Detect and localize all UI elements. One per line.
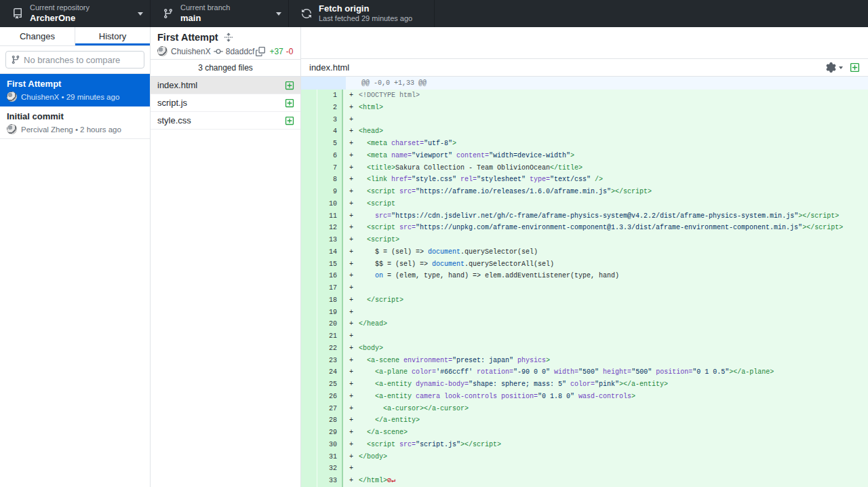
diff-hunk-header: @@ -0,0 +1,33 @@ xyxy=(301,77,868,90)
diff-old-line-number xyxy=(301,355,317,367)
diff-add-marker: + xyxy=(349,463,359,475)
diff-add-marker: + xyxy=(349,102,359,114)
diff-code: <script xyxy=(359,200,395,208)
diff-added-icon xyxy=(285,116,294,125)
diff-options-button[interactable] xyxy=(826,62,843,73)
history-commit-item[interactable]: First AttemptChuishenX • 29 minutes ago xyxy=(0,74,150,106)
diff-line: 11+ src="https://cdn.jsdelivr.net/gh/c-f… xyxy=(301,210,868,222)
diff-code: </a-scene> xyxy=(359,429,408,436)
code-token xyxy=(359,272,375,279)
fetch-origin-button[interactable]: Fetch origin Last fetched 29 minutes ago xyxy=(289,0,435,27)
code-token: <a-entity xyxy=(359,393,416,400)
code-token: ></a-entity> xyxy=(619,381,668,388)
diff-line: 33+</html>⊘↵ xyxy=(301,475,868,487)
code-token: > xyxy=(452,140,456,147)
diff-line: 18+ </script> xyxy=(301,294,868,307)
diff-line: 19+ xyxy=(301,307,868,319)
code-token: name= xyxy=(391,152,412,159)
avatar xyxy=(157,46,167,56)
branch-compare-input[interactable] xyxy=(5,51,144,69)
code-token: <script xyxy=(359,224,399,231)
code-token: environment= xyxy=(403,357,452,364)
history-commit-item[interactable]: Initial commitPercival Zheng • 2 hours a… xyxy=(0,106,150,139)
diff-line: 29+ </a-scene> xyxy=(301,427,868,439)
diff-top-spacer xyxy=(301,27,868,58)
diff-line: 6+ <meta name="viewport" content="width=… xyxy=(301,150,868,162)
code-token: "preset: japan" xyxy=(452,357,517,364)
code-token: src= xyxy=(375,212,391,220)
diff-new-line-number: 1 xyxy=(317,90,343,102)
code-token: height= xyxy=(603,368,631,376)
diff-old-line-number xyxy=(301,246,317,258)
commit-title: Initial commit xyxy=(7,111,143,121)
diff-add-marker: + xyxy=(349,174,359,186)
diff-code: <!DOCTYPE html> xyxy=(359,92,420,99)
code-token: "stylesheet" xyxy=(477,176,530,183)
code-token: <script xyxy=(359,441,399,448)
tab-history[interactable]: History xyxy=(75,27,150,45)
fetch-subtitle: Last fetched 29 minutes ago xyxy=(319,14,427,24)
tab-changes[interactable]: Changes xyxy=(0,27,75,45)
diff-add-marker: + xyxy=(349,198,359,210)
commit-summary-resize-handle[interactable] xyxy=(224,33,233,42)
code-token: rel= xyxy=(460,176,477,183)
code-token: "text/css" xyxy=(550,176,591,183)
commit-meta-text: ChuishenX • 29 minutes ago xyxy=(21,93,119,101)
copy-sha-button[interactable] xyxy=(256,47,265,56)
diff-old-line-number xyxy=(301,282,317,294)
file-list-item[interactable]: script.js xyxy=(151,94,300,112)
diff-code: <title>Sakura Collection - Team Oblivion… xyxy=(359,164,583,172)
code-token: ></script> xyxy=(798,212,839,220)
diff-new-line-number: 17 xyxy=(317,282,343,294)
branch-name: main xyxy=(180,13,272,24)
diff-line-content: + <meta charset="utf-8"> xyxy=(343,138,868,150)
diff-line: 31+</body> xyxy=(301,451,868,463)
diff-line: 28+ </a-entity> xyxy=(301,414,868,427)
expand-diff-button[interactable] xyxy=(850,62,860,73)
code-token: <script xyxy=(359,200,395,208)
code-token: </script> xyxy=(359,296,403,304)
diff-line-content: + $$ = (sel) => document.querySelectorAl… xyxy=(343,258,868,271)
code-token: <a-entity xyxy=(359,381,416,388)
chevron-down-icon xyxy=(839,66,843,69)
diff-add-marker: + xyxy=(349,307,359,319)
diff-code: <script src="https://unpkg.com/aframe-en… xyxy=(359,224,843,231)
diff-code: <body> xyxy=(359,345,383,352)
branch-compare-field[interactable] xyxy=(24,55,139,65)
code-token: "https://aframe.io/releases/1.6.0/aframe… xyxy=(416,188,611,195)
commit-author: ChuishenX xyxy=(171,47,211,56)
diff-add-marker: + xyxy=(349,246,359,258)
diff-new-line-number: 26 xyxy=(317,391,343,403)
diff-old-line-number xyxy=(301,378,317,391)
diff-add-marker: + xyxy=(349,330,359,343)
code-token: <!DOCTYPE html> xyxy=(359,92,420,99)
diff-old-line-number xyxy=(301,403,317,415)
code-token: document xyxy=(432,260,465,268)
diff-header: index.html xyxy=(301,58,868,77)
code-token: href= xyxy=(391,176,412,183)
diff-add-marker: + xyxy=(349,403,359,415)
diff-line-content: + <script xyxy=(343,198,868,210)
branch-dropdown[interactable]: Current branch main xyxy=(151,0,289,27)
diff-line-content: + src="https://cdn.jsdelivr.net/gh/c-fra… xyxy=(343,210,868,222)
code-token: ></script> xyxy=(460,441,501,448)
diff-old-line-number xyxy=(301,343,317,355)
diff-line: 8+ <link href="style.css" rel="styleshee… xyxy=(301,174,868,186)
code-token: document xyxy=(428,248,460,256)
code-token: "https://unpkg.com/aframe-environment-co… xyxy=(416,224,802,231)
file-list-item[interactable]: style.css xyxy=(151,112,300,130)
code-token: </head> xyxy=(359,320,387,328)
code-token: ></a-plane> xyxy=(729,368,774,376)
diff-old-line-number xyxy=(301,439,317,451)
code-token: > xyxy=(570,152,574,159)
repo-icon xyxy=(12,8,23,19)
file-name: style.css xyxy=(157,115,285,125)
diff-old-line-number xyxy=(301,318,317,330)
code-token: "pink" xyxy=(595,381,619,388)
chevron-down-icon xyxy=(276,12,281,16)
file-name: index.html xyxy=(157,80,285,90)
repository-dropdown[interactable]: Current repository ArcherOne xyxy=(0,0,151,27)
diff-line: 13+ <script> xyxy=(301,234,868,246)
file-list-item[interactable]: index.html xyxy=(151,77,300,94)
code-token: "script.js" xyxy=(416,441,460,448)
